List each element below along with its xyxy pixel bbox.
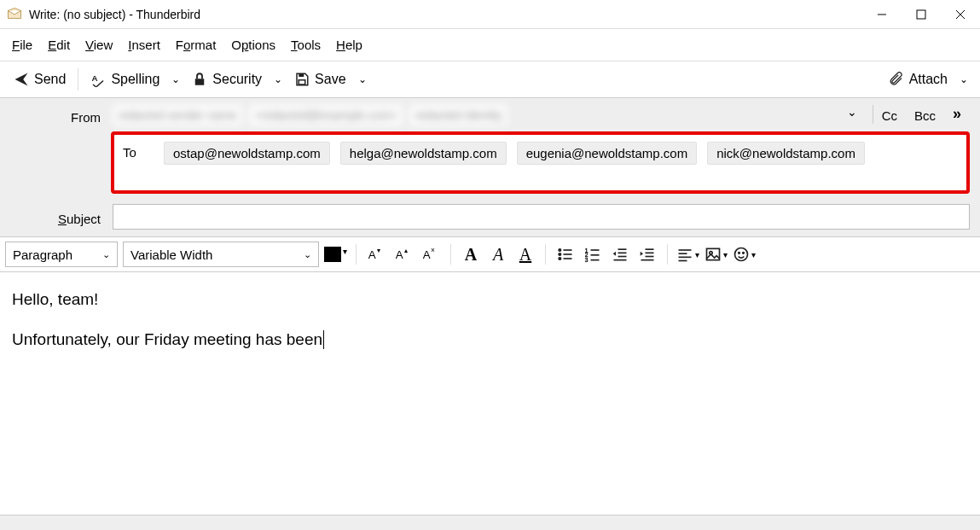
window-title: Write: (no subject) - Thunderbird [29, 8, 862, 21]
lock-icon [192, 72, 207, 87]
from-label: From [10, 105, 113, 125]
bcc-button[interactable]: Bcc [906, 105, 944, 126]
separator [545, 244, 546, 265]
to-recipients[interactable]: ostap@newoldstamp.com helga@newoldstamp.… [164, 142, 865, 165]
svg-rect-1 [917, 10, 925, 19]
minimize-button[interactable] [862, 0, 902, 29]
save-dropdown[interactable]: ⌄ [353, 73, 372, 85]
status-bar [0, 515, 980, 530]
attach-dropdown[interactable]: ⌄ [954, 73, 973, 85]
insert-image-button[interactable]: ▾ [705, 246, 728, 263]
alignment-button[interactable]: ▾ [676, 246, 699, 263]
subject-input[interactable] [113, 204, 970, 230]
spelling-icon: A [90, 72, 106, 87]
paragraph-style-select[interactable]: Paragraph ⌄ [5, 242, 118, 267]
svg-text:A: A [423, 248, 431, 261]
separator [356, 244, 357, 265]
save-icon [294, 72, 310, 87]
menu-format[interactable]: Format [169, 34, 223, 55]
menu-bar: File Edit View Insert Format Options Too… [0, 29, 980, 61]
recipient-pill[interactable]: eugenia@newoldstamp.com [517, 142, 698, 165]
text-cursor [323, 330, 324, 349]
window-controls [862, 0, 980, 29]
from-dropdown[interactable]: ⌄ [832, 105, 873, 119]
font-family-select[interactable]: Variable Width ⌄ [123, 242, 319, 267]
svg-rect-38 [707, 248, 720, 259]
from-value[interactable]: redacted sender name <redacted@example.c… [113, 105, 832, 125]
insert-emoji-button[interactable]: ▾ [733, 246, 756, 263]
numbered-list-button[interactable]: 123 [582, 243, 604, 265]
text-color-button[interactable]: ▾ [324, 247, 347, 262]
separator [450, 244, 451, 265]
maximize-button[interactable] [902, 0, 941, 29]
svg-point-18 [559, 258, 561, 260]
subject-row: Subject [0, 194, 980, 230]
body-line: Hello, team! [12, 288, 968, 312]
color-swatch-icon [324, 247, 341, 262]
bullet-list-button[interactable] [554, 243, 577, 265]
chevron-down-icon: ▾ [695, 250, 699, 259]
chevron-down-icon: ▾ [751, 250, 756, 259]
format-toolbar: Paragraph ⌄ Variable Width ⌄ ▾ A▾ A▴ A× … [0, 237, 980, 272]
close-button[interactable] [941, 0, 980, 29]
send-label: Send [34, 72, 66, 87]
underline-button[interactable]: A [514, 243, 536, 265]
attach-label: Attach [909, 72, 948, 87]
recipient-pill[interactable]: nick@newoldstamp.com [707, 142, 865, 165]
to-field-highlight: To ostap@newoldstamp.com helga@newoldsta… [111, 131, 970, 194]
svg-point-16 [559, 253, 561, 256]
from-blur-email: <redacted@example.com> [249, 105, 403, 125]
chevron-down-icon: ⌄ [304, 249, 311, 260]
paperclip-icon [889, 72, 904, 87]
security-label: Security [212, 72, 262, 87]
font-size-increase-button[interactable]: A▴ [392, 243, 415, 265]
cc-button[interactable]: Cc [873, 105, 906, 126]
menu-file[interactable]: File [5, 34, 39, 55]
menu-options[interactable]: Options [224, 34, 282, 55]
svg-text:3: 3 [585, 257, 589, 263]
svg-rect-5 [195, 79, 205, 85]
outdent-button[interactable] [609, 243, 631, 265]
menu-insert[interactable]: Insert [121, 34, 167, 55]
menu-edit[interactable]: Edit [41, 34, 77, 55]
font-size-decrease-button[interactable]: A▾ [365, 243, 387, 265]
from-row: From redacted sender name <redacted@exam… [0, 98, 980, 126]
spelling-dropdown[interactable]: ⌄ [166, 73, 185, 85]
bold-button[interactable]: A [460, 243, 482, 265]
send-icon [14, 72, 29, 87]
remove-formatting-button[interactable]: A× [420, 243, 442, 265]
security-button[interactable]: Security [185, 68, 269, 90]
indent-button[interactable] [636, 243, 658, 265]
italic-button[interactable]: A [487, 243, 509, 265]
title-bar: Write: (no subject) - Thunderbird [0, 0, 980, 29]
svg-rect-7 [299, 80, 305, 84]
body-line: Unfortunately, our Friday meeting has be… [12, 328, 968, 352]
security-dropdown[interactable]: ⌄ [269, 73, 287, 85]
recipient-pill[interactable]: ostap@newoldstamp.com [164, 142, 330, 165]
svg-text:A: A [92, 73, 98, 83]
more-recipients-button[interactable]: » [944, 105, 970, 123]
svg-text:×: × [431, 246, 435, 254]
svg-text:▴: ▴ [404, 246, 408, 254]
save-button[interactable]: Save [287, 68, 352, 90]
to-label: To [123, 142, 152, 160]
svg-point-14 [559, 249, 561, 252]
attach-button[interactable]: Attach [882, 68, 954, 90]
menu-help[interactable]: Help [329, 34, 369, 55]
menu-tools[interactable]: Tools [284, 34, 328, 55]
chevron-down-icon: ⌄ [102, 249, 110, 260]
separator [667, 244, 668, 265]
message-body[interactable]: Hello, team! Unfortunately, our Friday m… [0, 272, 980, 382]
app-icon [7, 7, 22, 22]
send-button[interactable]: Send [7, 68, 72, 90]
spelling-button[interactable]: A Spelling [84, 68, 166, 90]
message-headers: From redacted sender name <redacted@exam… [0, 98, 980, 237]
svg-text:A: A [368, 248, 376, 261]
font-family-value: Variable Width [130, 248, 212, 262]
svg-point-41 [739, 253, 740, 254]
separator [78, 68, 78, 90]
svg-point-40 [735, 248, 748, 261]
from-blur-name: redacted sender name [113, 105, 242, 125]
menu-view[interactable]: View [78, 34, 119, 55]
recipient-pill[interactable]: helga@newoldstamp.com [340, 142, 507, 165]
